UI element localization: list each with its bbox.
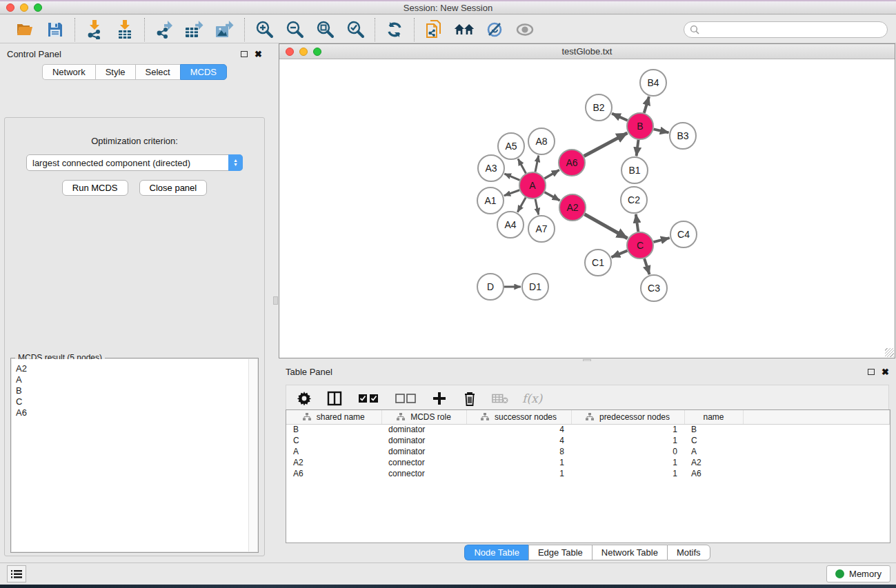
graph-edge-A-A5[interactable] [518,159,526,173]
import-table-icon[interactable] [115,19,135,40]
result-item[interactable]: A2 [16,363,257,374]
table-cell[interactable]: 8 [466,446,571,457]
graph-node-C1[interactable]: C1 [585,250,611,276]
graph-node-A6[interactable]: A6 [559,150,585,176]
memory-button[interactable]: Memory [826,565,890,582]
graph-node-D[interactable]: D [477,274,504,300]
column-header-predecessor-nodes[interactable]: predecessor nodes [571,410,684,424]
column-header-shared-name[interactable]: shared name [286,410,381,424]
zoom-in-icon[interactable] [254,19,275,40]
home-icon[interactable] [454,19,475,40]
zoom-out-icon[interactable] [284,19,305,40]
tab-network[interactable]: Network [42,64,95,80]
graph-edge-A-A4[interactable] [517,197,526,212]
graph-edge-A2-C[interactable] [584,214,627,239]
float-panel-icon[interactable] [241,51,248,57]
graph-edge-A6-B[interactable] [584,133,628,156]
delete-column-icon[interactable] [461,390,478,407]
graph-node-A4[interactable]: A4 [497,212,524,238]
table-cell[interactable]: 0 [571,446,684,457]
network-window-titlebar[interactable]: testGlobe.txt [279,44,895,59]
close-panel-icon[interactable]: ✖ [882,367,889,376]
graph-edge-B-B2[interactable] [612,114,628,121]
graph-node-B3[interactable]: B3 [670,123,696,149]
column-view-icon[interactable] [326,390,343,407]
network-minimize-button[interactable] [299,48,308,56]
result-scrollbar[interactable] [248,359,257,551]
gear-icon[interactable] [296,390,312,407]
table-cell[interactable]: C [684,435,743,446]
table-row[interactable]: Adominator80A [286,446,890,457]
table-cell[interactable]: dominator [381,446,466,457]
add-column-icon[interactable] [431,390,448,407]
table-cell[interactable]: 1 [571,468,684,479]
graph-node-C4[interactable]: C4 [670,221,697,247]
split-divider-handle[interactable] [273,296,278,305]
table-cell[interactable]: A [286,446,381,457]
tab-mcds[interactable]: MCDS [180,64,227,80]
graph-node-D1[interactable]: D1 [522,274,548,300]
graph-edge-C-C4[interactable] [653,238,669,242]
close-panel-icon[interactable]: ✖ [255,50,262,59]
table-row[interactable]: Cdominator41C [286,435,890,446]
close-panel-button[interactable]: Close panel [139,180,208,196]
run-mcds-button[interactable]: Run MCDS [62,180,128,196]
deselect-all-icon[interactable] [394,390,417,407]
delete-table-icon[interactable] [492,390,508,407]
network-zoom-button[interactable] [313,48,321,56]
graph-node-B1[interactable]: B1 [621,157,648,183]
column-header-MCDS-role[interactable]: MCDS role [381,410,466,424]
graph-node-A3[interactable]: A3 [478,155,504,181]
table-cell[interactable]: 1 [571,424,684,435]
column-header-name[interactable]: name [684,410,743,424]
resize-grip-icon[interactable] [885,348,894,357]
table-cell[interactable]: connector [381,468,466,479]
graph-node-A7[interactable]: A7 [528,216,555,242]
tab-style[interactable]: Style [95,64,135,80]
graph-node-C[interactable]: C [627,232,653,258]
function-builder-icon[interactable]: f(x) [522,392,542,405]
result-item[interactable]: B [16,385,257,396]
graph-edge-C-C3[interactable] [644,258,649,274]
export-network-icon[interactable] [154,19,175,40]
graph-edge-A-A1[interactable] [504,190,519,196]
show-eye-icon[interactable] [515,19,535,40]
table-cell[interactable]: dominator [381,435,466,446]
tab-network-table[interactable]: Network Table [592,545,667,560]
table-cell[interactable]: dominator [381,424,466,435]
zoom-fit-icon[interactable] [315,19,335,40]
close-window-button[interactable] [6,3,14,12]
table-cell[interactable]: 4 [466,435,571,446]
table-cell[interactable]: B [684,424,743,435]
table-cell[interactable]: 1 [466,468,571,479]
graph-node-B[interactable]: B [627,113,653,139]
graph-edge-A-A2[interactable] [545,192,560,201]
save-session-icon[interactable] [45,19,66,40]
tab-select[interactable]: Select [135,64,180,80]
export-table-icon[interactable] [184,19,205,40]
graph-edge-A-A8[interactable] [535,156,539,172]
graph-node-A5[interactable]: A5 [498,133,524,159]
result-item[interactable]: C [16,396,257,407]
search-input[interactable] [699,23,887,37]
graph-node-C2[interactable]: C2 [621,187,647,213]
zoom-selected-icon[interactable] [345,19,366,40]
table-row[interactable]: A6connector11A6 [286,468,890,479]
column-header-successor-nodes[interactable]: successor nodes [466,410,571,424]
tab-motifs[interactable]: Motifs [667,545,710,560]
import-network-icon[interactable] [84,19,105,40]
graph-edge-B-B4[interactable] [644,97,649,113]
graph-node-A8[interactable]: A8 [528,128,555,154]
graph-edge-A-A6[interactable] [544,170,559,179]
graph-node-A1[interactable]: A1 [477,187,504,214]
graph-edge-C-C1[interactable] [611,251,627,257]
tab-node-table[interactable]: Node Table [464,545,528,560]
graph-node-B4[interactable]: B4 [640,70,666,96]
graph-edge-A-A7[interactable] [535,199,539,215]
network-canvas[interactable]: B4B2BB3A8A5A6A3B1AC2A1A2A4A7C4CC1DD1C3 [279,59,895,358]
open-file-icon[interactable] [14,19,35,40]
tab-edge-table[interactable]: Edge Table [528,545,592,560]
graph-edge-B-B3[interactable] [654,129,669,132]
table-cell[interactable]: A2 [684,457,743,468]
table-cell[interactable]: 1 [571,457,684,468]
